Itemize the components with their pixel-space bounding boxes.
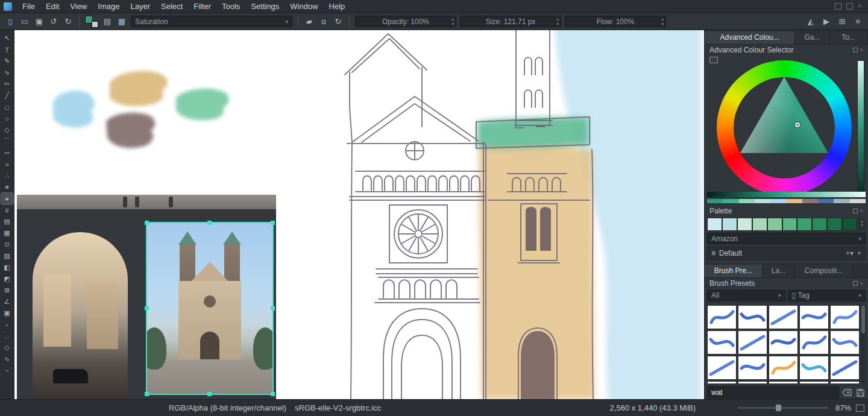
reload-preset-icon[interactable]: ↻ [333,16,344,27]
brush-preset[interactable] [799,356,829,380]
line-tool[interactable]: ╱ [1,90,13,101]
smart-patch-tool[interactable]: ▨ [1,250,13,262]
palette-swatch[interactable] [737,218,752,231]
save-preset-icon[interactable] [855,387,866,398]
dynamic-brush-tool[interactable]: ∴ [1,170,13,181]
freehand-path-tool[interactable]: ≈ [1,159,13,170]
magnetic-selection-tool[interactable]: ~ [1,365,13,376]
selection-handle[interactable] [145,221,149,225]
dock-float-icon[interactable] [853,281,858,286]
palette-swatch[interactable] [752,218,767,231]
palette-swatch[interactable] [707,218,722,231]
edit-shapes-tool[interactable]: ✎ [1,55,13,67]
reference-photo-archway[interactable] [17,209,145,399]
image-dimensions-text[interactable]: 2,560 x 1,440 (43.3 MiB) [610,403,696,412]
palette-scrollbar[interactable]: ▴▾ [858,218,866,231]
reference-images-tool[interactable]: ▣ [1,307,13,319]
tab-compositions[interactable]: Compositi... [795,265,853,277]
window-close-icon[interactable]: × [858,3,862,10]
move-tool[interactable]: + [1,193,13,204]
selection-handle[interactable] [145,306,149,310]
brush-preset[interactable] [738,356,767,380]
spinner-arrows-icon[interactable]: ▴▾ [556,17,559,27]
menu-item-select[interactable]: Select [156,0,188,13]
rectangular-selection-tool[interactable]: ▫ [1,319,13,330]
reference-photo-pavement[interactable] [17,195,276,209]
tab-brush-presets[interactable]: Brush Pre... [705,265,763,277]
canvas[interactable] [14,30,704,399]
assistants-tool[interactable]: ⊞ [1,285,13,296]
menu-item-edit[interactable]: Edit [40,0,64,13]
dock-close-icon[interactable]: × [860,280,863,286]
measure-tool[interactable]: ∠ [1,296,13,307]
shade-gradient-strip[interactable] [707,192,866,197]
brush-preset[interactable] [830,381,860,384]
menu-item-window[interactable]: Window [285,0,323,13]
history-color[interactable] [802,199,818,203]
menu-item-layer[interactable]: Layer [125,0,156,13]
brush-preset[interactable] [830,305,860,329]
opacity-slider[interactable]: Opacity: 100% ▴▾ [355,16,456,27]
enclose-fill-tool[interactable]: ◩ [1,273,13,285]
history-color[interactable] [818,199,834,203]
multibrush-tool[interactable]: ∗ [1,181,13,193]
fit-canvas-icon[interactable] [856,405,864,412]
history-color[interactable] [739,199,755,203]
selection-handle[interactable] [145,392,149,396]
color-selector-dot[interactable] [795,122,800,127]
hue-ring[interactable] [717,60,852,195]
elliptical-selection-tool[interactable]: ◌ [1,330,13,342]
brush-preset[interactable] [738,330,767,355]
brush-preset[interactable] [738,305,767,329]
selection-handle[interactable] [207,392,212,396]
menu-item-tools[interactable]: Tools [216,0,245,13]
calligraphy-tool[interactable]: ∿ [1,67,13,78]
tab-advanced-colour-selector[interactable]: Advanced Colou... [705,31,795,44]
history-color[interactable] [850,199,866,203]
menu-item-file[interactable]: File [17,0,40,13]
mirror-horizontal-icon[interactable]: ◭ [805,16,816,27]
bezier-curve-tool[interactable]: ∾ [1,147,13,159]
scrollbar-thumb[interactable] [861,306,865,333]
value-strip[interactable] [857,60,864,195]
tag-dropdown[interactable]: ▯ Tag ▾ [788,290,866,301]
save-document-icon[interactable]: ▣ [34,16,45,27]
pattern-fill-tool[interactable]: ▦ [1,227,13,239]
open-document-icon[interactable]: ▭ [19,16,30,27]
brush-preset[interactable] [769,330,798,355]
palette-swatch[interactable] [842,218,857,231]
polygonal-selection-tool[interactable]: ◇ [1,342,13,353]
brush-grid-scrollbar[interactable] [861,305,866,384]
polygon-tool[interactable]: ◇ [1,124,13,136]
flow-slider[interactable]: Flow: 100% ▴▾ [565,16,666,27]
dock-close-icon[interactable]: × [860,208,863,214]
brush-preset[interactable] [707,381,737,384]
palette-group-row[interactable]: ≡ Default +▾ + [707,247,866,260]
brush-preset[interactable] [799,381,829,384]
blending-mode-dropdown[interactable]: Saturation ▾ [131,16,292,27]
undo-icon[interactable]: ↺ [48,16,59,27]
brush-preset[interactable] [707,305,737,329]
tab-gamut[interactable]: Ga... [795,31,830,44]
brush-preset[interactable] [707,330,737,355]
fill-tool[interactable]: ◧ [1,262,13,273]
background-color-swatch[interactable] [92,21,98,28]
brush-preset[interactable] [830,356,860,380]
dock-float-icon[interactable] [853,209,858,213]
color-sampler-tool[interactable]: ⊙ [1,239,13,250]
reference-images-board[interactable] [17,195,276,399]
menu-item-settings[interactable]: Settings [245,0,285,13]
redo-icon[interactable]: ↻ [63,16,74,27]
spinner-arrows-icon[interactable]: ▴▾ [661,17,664,27]
selection-handle[interactable] [271,392,275,396]
tab-touch-docker[interactable]: To... [830,31,867,44]
zoom-slider-thumb[interactable] [776,405,781,411]
menu-item-view[interactable]: View [64,0,92,13]
new-document-icon[interactable]: ▯ [5,16,16,27]
brush-filter-all-dropdown[interactable]: All ▾ [707,290,785,301]
eraser-mode-icon[interactable]: ▰ [304,16,315,27]
window-float-icon[interactable] [835,3,841,10]
selection-handle[interactable] [271,221,275,225]
mirror-vertical-icon[interactable]: ▶ [821,16,832,27]
freehand-selection-tool[interactable]: ∿ [1,353,13,365]
